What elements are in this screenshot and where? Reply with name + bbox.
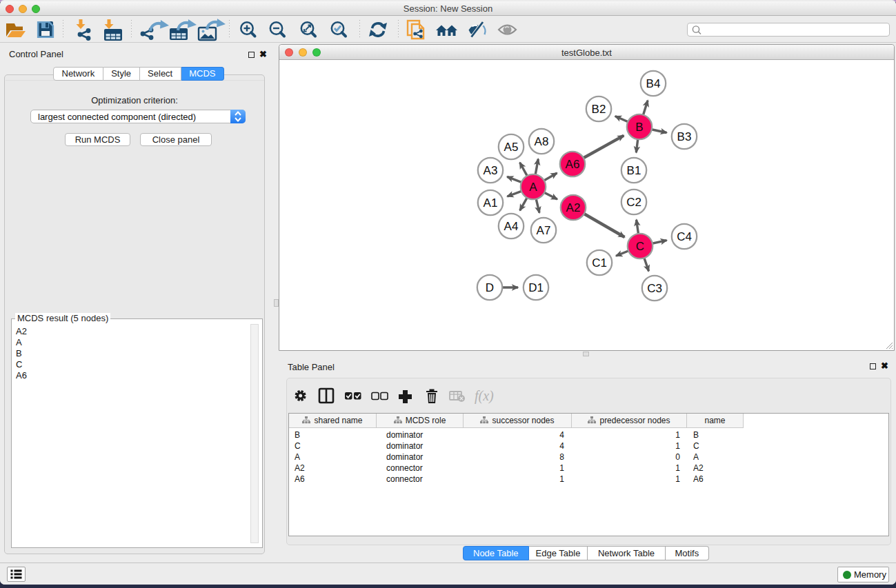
svg-text:A5: A5: [504, 141, 519, 154]
svg-text:B3: B3: [677, 130, 692, 143]
svg-text:C2: C2: [626, 196, 641, 209]
svg-text:A2: A2: [566, 201, 581, 214]
svg-text:B1: B1: [627, 164, 641, 177]
svg-text:D1: D1: [528, 281, 544, 294]
svg-text:A1: A1: [484, 196, 498, 210]
svg-text:B: B: [635, 121, 643, 134]
svg-text:A6: A6: [566, 158, 580, 171]
svg-text:B2: B2: [592, 103, 606, 116]
svg-text:A8: A8: [535, 135, 549, 148]
svg-text:D: D: [486, 281, 494, 294]
svg-text:C3: C3: [647, 282, 662, 295]
svg-text:C: C: [636, 240, 644, 253]
svg-text:C1: C1: [592, 256, 607, 270]
svg-text:f(x): f(x): [475, 388, 494, 404]
svg-text:C4: C4: [677, 230, 692, 243]
svg-text:A: A: [529, 181, 537, 194]
svg-text:B4: B4: [646, 77, 661, 90]
svg-text:A3: A3: [484, 164, 498, 177]
svg-text:A4: A4: [504, 220, 519, 233]
svg-text:A7: A7: [537, 224, 551, 237]
